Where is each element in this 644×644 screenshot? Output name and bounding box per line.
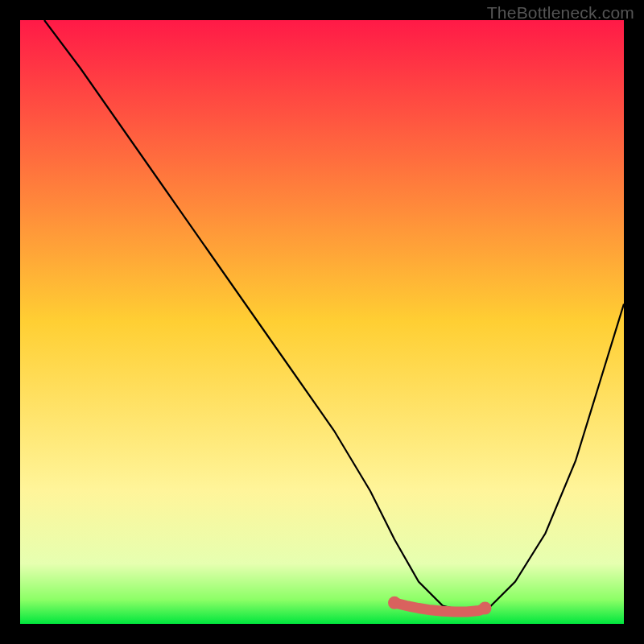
optimal-zone-endpoint <box>388 597 401 609</box>
chart-stage: TheBottleneck.com <box>0 0 644 644</box>
watermark-text: TheBottleneck.com <box>487 3 634 23</box>
bottleneck-chart <box>20 20 624 624</box>
optimal-zone-endpoint <box>479 602 492 615</box>
